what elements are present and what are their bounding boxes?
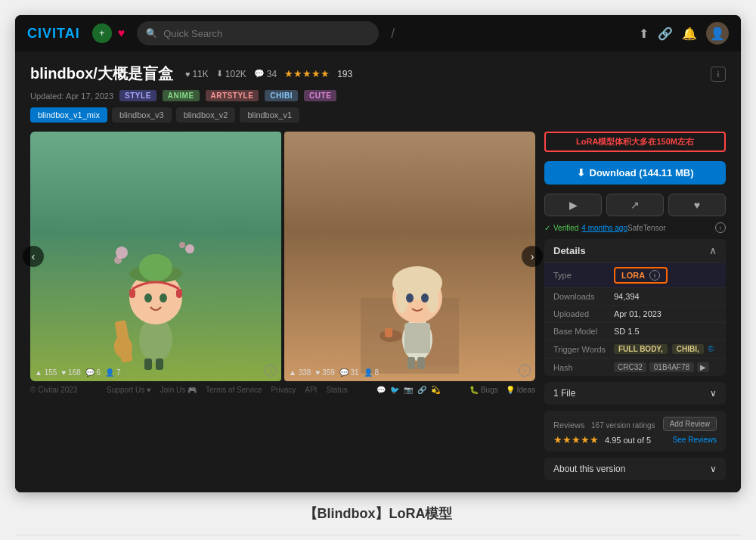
safetensor-info-icon[interactable]: i [715,222,726,233]
safetensor-label: SafeTensor [627,224,666,232]
share-button[interactable]: ↗ [606,194,664,216]
img1-users: 👤 7 [105,368,120,377]
reddit-icon[interactable]: 💫 [431,386,440,394]
plus-button[interactable]: + [92,23,112,43]
type-value-badge: LORA i [614,267,668,284]
image-1-stats: ▲ 155 ♥ 168 💬 6 👤 7 [35,368,120,377]
tag-artstyle[interactable]: ARTSTYLE [206,90,259,101]
details-header[interactable]: Details ∧ [544,239,726,262]
favorite-button[interactable]: ♥ [668,194,726,216]
outer-wrapper: CIVITAI + ♥ 🔍 / ⬆ 🔗 🔔 👤 blindbox/大概是盲 [0,0,756,540]
details-column: LoRA模型体积大多在150M左右 ⬇ Download (144.11 MB)… [544,132,726,480]
file-section[interactable]: 1 File ∨ [544,382,726,405]
svg-point-9 [160,293,167,303]
version-tab-v1[interactable]: blindbox_v1 [240,107,299,123]
add-review-button[interactable]: Add Review [663,417,717,431]
img1-hearts: ♥ 168 [61,368,80,377]
support-link[interactable]: Support Us ♥ [107,386,151,394]
svg-rect-29 [417,357,425,369]
info-button[interactable]: i [711,67,726,82]
download-button[interactable]: ⬇ Download (144.11 MB) [544,161,726,185]
api-link[interactable]: API [305,386,317,394]
downloads-label: Downloads [553,292,614,301]
status-link[interactable]: Status [326,386,347,394]
gallery-image-1: ▲ 155 ♥ 168 💬 6 👤 7 i [30,132,281,381]
copyright-bar: © Civitai 2023 Support Us ♥ Join Us 🎮 Te… [30,386,535,394]
img2-info-button[interactable]: i [519,365,531,377]
version-tab-v2[interactable]: blindbox_v2 [176,107,236,123]
main-content: blindbox/大概是盲盒 ♥ 11K ⬇ 102K 💬 34 ★★★★★ [15,51,741,492]
tag-anime[interactable]: ANIME [163,90,200,101]
type-info-icon[interactable]: i [649,270,660,281]
privacy-link[interactable]: Privacy [271,386,296,394]
join-link[interactable]: Join Us 🎮 [160,386,197,394]
civitai-logo: CIVITAI [27,26,80,42]
caption-title: 【Blindbox】LoRA模型 [27,504,729,523]
bottom-bar: 公众号：乐伊体验笔记 😊 乐伊 [15,535,741,540]
play-button[interactable]: ▶ [544,194,602,216]
see-reviews-link[interactable]: See Reviews [673,436,717,444]
model-header: blindbox/大概是盲盒 ♥ 11K ⬇ 102K 💬 34 ★★★★★ [30,64,726,84]
svg-point-2 [185,244,194,253]
reviews-header: Reviews 167 version ratings Add Review [553,417,717,431]
search-input[interactable] [163,28,370,39]
gallery-image-2: ▲ 338 ♥ 359 💬 31 👤 8 i [284,132,535,381]
link-icon[interactable]: 🔗 [417,386,426,394]
details-chevron-icon: ∧ [709,245,717,256]
upload-icon[interactable]: ⬆ [639,26,649,41]
svg-rect-11 [176,289,182,298]
instagram-icon[interactable]: 📷 [404,386,413,394]
img1-comments: 💬 6 [85,368,101,377]
svg-point-26 [421,293,429,303]
svg-rect-28 [407,357,415,369]
about-section[interactable]: About this version ∨ [544,458,726,480]
tag-style[interactable]: STYLE [119,90,156,101]
svg-point-7 [139,254,172,281]
twitter-icon[interactable]: 🐦 [390,386,399,394]
caption-area: 【Blindbox】LoRA模型 [15,492,741,535]
gallery-prev-button[interactable]: ‹ [23,246,44,267]
image-2-stats: ▲ 338 ♥ 359 💬 31 👤 8 [289,368,379,377]
tag-chibi[interactable]: CHIBI [265,90,298,101]
img2-likes: ▲ 338 [289,368,311,377]
file-label: 1 File [553,388,575,399]
nav-heart-icon[interactable]: ♥ [118,26,125,40]
reviews-score: 4.95 out of 5 [605,436,651,445]
tag-cute[interactable]: CUTE [304,90,336,101]
reviews-star-icons: ★★★★★ [553,434,599,445]
hash-values: CRC32 01B4AF78 ▶ [614,362,709,372]
file-chevron-icon: ∨ [710,388,717,399]
version-tab-v1mix[interactable]: blindbox_v1_mix [30,107,107,123]
terms-link[interactable]: Terms of Service [206,386,262,394]
review-stars: ★★★★★ 4.95 out of 5 [553,434,651,445]
model-meta: Updated: Apr 17, 2023 STYLE ANIME ARTSTY… [30,90,726,101]
discord-icon[interactable]: 💬 [376,386,386,394]
base-model-label: Base Model [553,327,614,336]
type-value-text: LORA [621,271,645,280]
bell-icon[interactable]: 🔔 [682,26,697,41]
updated-text: Updated: Apr 17, 2023 [30,92,113,101]
verified-time[interactable]: 4 months ago [581,224,627,232]
img1-likes: ▲ 155 [35,368,57,377]
hash-more-button[interactable]: ▶ [697,362,709,372]
comment-stat: 💬 34 [254,69,277,79]
gallery-column: ‹ [30,132,535,480]
gallery-next-button[interactable]: › [522,246,543,267]
type-row: Type LORA i [544,262,726,287]
trigger-copy-icon[interactable]: © [708,345,714,353]
verified-badge: ✓ Verified 4 months ago [544,224,627,232]
version-tab-v3[interactable]: blindbox_v3 [112,107,172,123]
trigger-words-list: FULL BODY, CHIBI, © [614,344,714,354]
model-stats: ♥ 11K ⬇ 102K 💬 34 ★★★★★ 193 [185,68,352,79]
link-icon[interactable]: 🔗 [658,26,673,41]
about-chevron-icon: ∨ [710,464,717,474]
avatar[interactable]: 👤 [706,22,729,45]
ideas-link[interactable]: 💡 Ideas [506,386,535,394]
footer-right: 🐛 Bugs 💡 Ideas [469,386,535,394]
chibi-character-1 [107,222,205,374]
bugs-link[interactable]: 🐛 Bugs [469,386,498,394]
version-tabs: blindbox_v1_mix blindbox_v3 blindbox_v2 … [30,107,726,123]
search-bar[interactable]: 🔍 [137,21,379,45]
img1-info-button[interactable]: i [265,365,277,377]
rating-stars: ★★★★★ [284,68,330,79]
